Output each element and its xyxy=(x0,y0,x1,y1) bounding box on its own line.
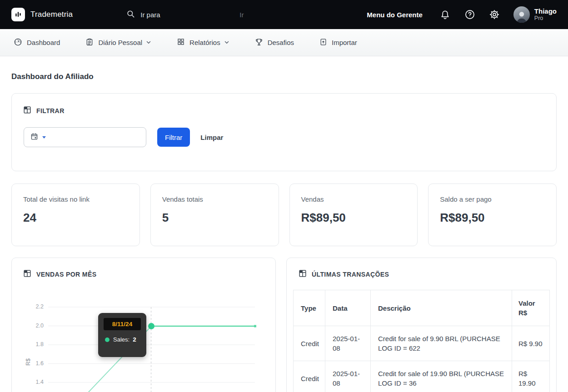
nav-label: Relatórios xyxy=(189,39,220,46)
series-end-tick xyxy=(254,325,256,327)
nav-item-relatorios[interactable]: Relatórios xyxy=(177,38,229,47)
stat-value: R$89,50 xyxy=(301,211,406,225)
chevron-down-icon xyxy=(146,39,151,46)
cell-date: 2025-01-08 xyxy=(325,361,371,392)
grid-icon xyxy=(177,38,185,47)
column-header-valor: Valor R$ xyxy=(512,290,550,326)
app-logo[interactable]: Trademetria xyxy=(11,8,73,21)
brand-name: Trademetria xyxy=(30,10,73,19)
nav-label: Dashboard xyxy=(27,39,60,46)
table-grid-icon xyxy=(299,270,306,279)
column-header-descricao: Descrição xyxy=(371,290,512,326)
table-header-row: Type Data Descrição Valor R$ xyxy=(294,290,550,326)
calendar-icon xyxy=(30,133,38,142)
topbar: Trademetria Ir Menu do Gerente xyxy=(0,0,568,29)
data-point-dot xyxy=(148,323,154,329)
stat-card-saldo: Saldo a ser pago R$89,50 xyxy=(428,184,557,246)
user-name[interactable]: Thiago xyxy=(534,7,557,15)
nav-label: Diário Pessoal xyxy=(98,39,142,46)
tooltip-value: 2 xyxy=(133,336,136,343)
stats-row: Total de visitas no link 24 Vendas totai… xyxy=(11,184,557,246)
table-grid-icon xyxy=(24,106,31,115)
notifications-bell-icon[interactable] xyxy=(440,9,451,20)
stat-card-visitas: Total de visitas no link 24 xyxy=(11,184,140,246)
date-dropdown-caret xyxy=(42,136,46,139)
page-title: Dashboard do Afiliado xyxy=(11,72,557,81)
filter-title: FILTRAR xyxy=(36,107,65,114)
search-icon xyxy=(126,10,135,20)
nav-item-dashboard[interactable]: Dashboard xyxy=(14,38,60,48)
cell-value: R$ 19.90 xyxy=(512,361,550,392)
chart-tooltip: 8/11/24 Sales: 2 xyxy=(98,313,146,357)
global-search[interactable] xyxy=(126,10,218,20)
chart-title: VENDAS POR MÊS xyxy=(36,271,96,278)
clear-filter-link[interactable]: Limpar xyxy=(200,134,223,141)
nav-item-diario-pessoal[interactable]: Diário Pessoal xyxy=(85,38,151,48)
table-row: Credit 2025-01-08 Credit for sale of 9.9… xyxy=(294,326,550,361)
nav-item-importar[interactable]: Importar xyxy=(319,38,357,48)
cell-description: Credit for sale of 19.90 BRL (PURCHASE L… xyxy=(371,361,512,392)
transactions-title: ÚLTIMAS TRANSAÇÕES xyxy=(312,271,389,278)
stat-label: Vendas xyxy=(301,195,406,203)
table-row: Credit 2025-01-08 Credit for sale of 19.… xyxy=(294,361,550,392)
manager-menu[interactable]: Menu do Gerente xyxy=(367,11,423,19)
search-input[interactable] xyxy=(140,11,218,19)
search-secondary-hint: Ir xyxy=(239,11,244,19)
transactions-table: Type Data Descrição Valor R$ Credit 2025… xyxy=(293,290,550,392)
tooltip-series-label: Sales: xyxy=(113,336,130,343)
logo-icon xyxy=(11,8,25,21)
main-nav: Dashboard Diário Pessoal Relatórios xyxy=(0,29,568,56)
stat-card-vendas-totais: Vendas totais 5 xyxy=(150,184,279,246)
column-header-data: Data xyxy=(325,290,371,326)
stat-label: Total de visitas no link xyxy=(23,195,128,203)
nav-label: Importar xyxy=(332,39,357,46)
cell-type: Credit xyxy=(294,361,325,392)
stat-value: 5 xyxy=(162,211,267,225)
help-icon[interactable] xyxy=(464,9,475,20)
tooltip-date: 8/11/24 xyxy=(104,318,141,330)
table-grid-icon xyxy=(24,270,31,279)
sales-chart-card: VENDAS POR MÊS 2.2 2.0 1.8 1.6 1.4 R$ xyxy=(11,258,276,392)
trophy-icon xyxy=(255,38,263,48)
filter-button[interactable]: Filtrar xyxy=(157,128,190,147)
user-avatar[interactable] xyxy=(513,6,530,23)
chevron-down-icon xyxy=(224,39,229,46)
cell-type: Credit xyxy=(294,326,325,361)
cell-description: Credit for sale of 9.90 BRL (PURCHASE LO… xyxy=(371,326,512,361)
sales-line-chart[interactable]: 2.2 2.0 1.8 1.6 1.4 R$ xyxy=(24,292,264,392)
gauge-icon xyxy=(14,38,22,48)
nav-label: Desafios xyxy=(268,39,294,46)
date-range-input[interactable] xyxy=(24,127,146,147)
series-dot-icon xyxy=(105,337,110,342)
cell-date: 2025-01-08 xyxy=(325,326,371,361)
user-plan-badge: Pro xyxy=(534,15,557,21)
import-icon xyxy=(319,38,327,48)
stat-label: Vendas totais xyxy=(162,195,267,203)
stat-card-vendas: Vendas R$89,50 xyxy=(289,184,418,246)
column-header-type: Type xyxy=(294,290,325,326)
stat-label: Saldo a ser pago xyxy=(440,195,545,203)
journal-icon xyxy=(85,38,94,48)
cell-value: R$ 9.90 xyxy=(512,326,550,361)
transactions-card: ÚLTIMAS TRANSAÇÕES Type Data Descrição V… xyxy=(286,258,557,392)
filter-card: FILTRAR Filtrar Limpar xyxy=(11,93,557,171)
stat-value: 24 xyxy=(23,211,128,225)
nav-item-desafios[interactable]: Desafios xyxy=(255,38,294,48)
settings-gear-icon[interactable] xyxy=(489,9,500,20)
stat-value: R$89,50 xyxy=(440,211,545,225)
